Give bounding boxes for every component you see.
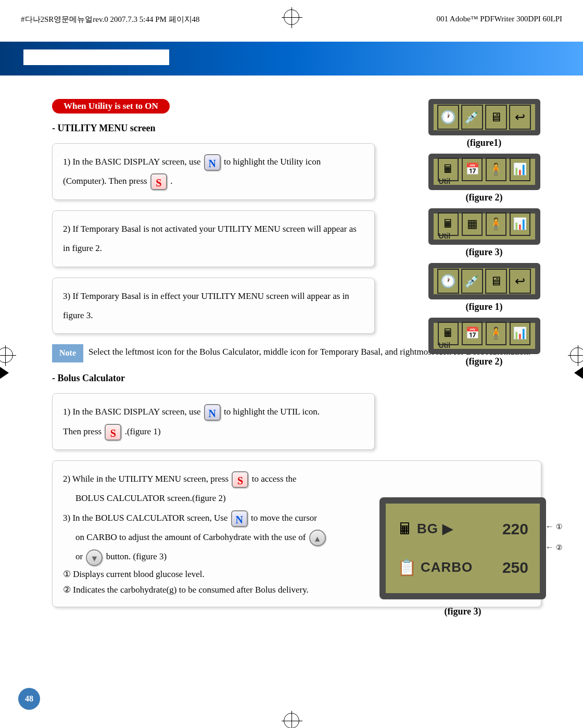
print-header: #다나2SR영문메뉴얼rev.0 2007.7.3 5:44 PM 페이지48 … [21,15,562,24]
bc-steps-2-3-box: 2) While in the UTILITY MENU screen, pre… [52,460,541,607]
crop-mark-right [570,347,583,381]
step1-text-d: . [170,176,172,186]
s-button-icon: S [232,471,248,488]
fig2-label: (figure 2) [411,192,557,203]
syringe-icon: 💉 [461,105,483,130]
bc3-text-e: button. (figure 3) [106,551,167,561]
bg-label: BG ▶ [417,514,453,544]
person-icon: 🧍 [486,212,506,236]
page-banner [0,42,583,76]
syringe-icon: 💉 [461,269,483,294]
bc1-text-d: .(figure 1) [125,426,161,436]
annotation-1: ← ① [546,517,563,535]
section-pill: When Utility is set to ON [52,99,170,114]
calendar-icon: 📅 [462,322,483,345]
chart-icon: 📊 [510,212,530,236]
bc3-text-a: 3) In the BOLUS CALCULATOR screen, Use [63,513,230,523]
calc-icon-left: 🖩 [397,512,413,546]
bolus-calc-title: - Bolus Calculator [52,373,557,384]
crop-mark-bottom [284,713,299,728]
bc1-text-c: Then press [63,426,104,436]
crop-mark-left [0,347,13,381]
fig3-label: (figure 3) [411,247,557,258]
fig1-label: (figure1) [411,137,557,148]
step-2-box: 2) If Temporary Basal is not activated y… [52,210,375,267]
figure-3-calc: 🖩 BG ▶ 220 📋 CARBO 250 (figure 3) ← ① ← … [379,497,546,622]
computer-icon: 🖥 [485,105,507,130]
clock-icon: 🕐 [437,269,459,294]
header-right: 001 Adobe™ PDFWriter 300DPI 60LPI [436,15,562,24]
page-number: 48 [18,688,40,710]
carbo-label: CARBO [421,553,473,582]
crop-mark-top [284,9,299,27]
s-button-icon: S [150,173,167,190]
n-button-icon: N [204,154,221,171]
chart-icon: 📊 [510,322,530,345]
figure-1: 🕐 💉 🖥 ↩ (figure1) [411,99,557,148]
note-tag: Note [52,344,83,362]
step-1-box: 1) In the BASIC DISPLAY screen, use N to… [52,143,375,200]
bc3-text-c: on CARBO to adjust the amount of Carbohy… [63,532,308,542]
calc-icon-left2: 📋 [397,550,416,585]
fig2b-label: (figure 2) [411,356,557,367]
s-button-icon: S [105,424,121,441]
bc2-text-a: 2) While in the UTILITY MENU screen, pre… [63,474,231,484]
figures-column: 🕐 💉 🖥 ↩ (figure1) 🖩 📅 🧍 📊 Util (figure 2… [411,99,557,372]
down-arrow-icon: ▼ [86,549,103,566]
step-3-box: 3) If Temporary Basal is in effect your … [52,278,375,334]
up-arrow-icon: ▲ [309,530,326,546]
step2-text: 2) If Temporary Basal is not activated y… [63,224,357,253]
bc3-text-b: to move the cursor [251,513,317,523]
person-icon: 🧍 [486,322,506,345]
bc3-text-d: or [63,551,85,561]
n-button-icon: N [231,510,248,527]
clock-icon: 🕐 [437,105,459,130]
bc2-text-b: to access the [252,474,297,484]
bc-step-1-box: 1) In the BASIC DISPLAY screen, use N to… [52,393,375,450]
grid-icon: ▦ [462,212,483,236]
fig3b-label: (figure 3) [379,601,546,622]
annotation-2: ← ② [546,538,563,556]
bg-value: 220 [502,512,528,546]
step1-text-c: (Computer). Then press [63,176,149,186]
exit-icon: ↩ [509,105,531,130]
carbo-value: 250 [502,550,528,585]
bc1-text-b: to highlight the UTIL icon. [224,407,320,417]
bc1-text-a: 1) In the BASIC DISPLAY screen, use [63,407,203,417]
page-content: When Utility is set to ON - UTILITY MENU… [52,99,557,618]
step1-text-a: 1) In the BASIC DISPLAY screen, use [63,157,203,167]
header-left: #다나2SR영문메뉴얼rev.0 2007.7.3 5:44 PM 페이지48 [21,15,200,24]
computer-icon: 🖥 [485,269,507,294]
figure-1b: 🕐 💉 🖥 ↩ (figure 1) [411,263,557,312]
fig1b-label: (figure 1) [411,302,557,312]
n-button-icon: N [204,404,221,421]
step3-text: 3) If Temporary Basal is in effect your … [63,291,349,320]
calc-screen: 🖩 BG ▶ 220 📋 CARBO 250 [379,497,546,599]
exit-icon: ↩ [509,269,531,294]
bc2-text-c: BOLUS CALCULATOR screen.(figure 2) [63,493,226,503]
figure-2b: 🖩 📅 🧍 📊 Util (figure 2) [411,318,557,367]
person-icon: 🧍 [486,158,506,181]
step1-text-b: to highlight the Utility icon [224,157,321,167]
figure-2: 🖩 📅 🧍 📊 Util (figure 2) [411,154,557,203]
calendar-icon: 📅 [462,158,483,181]
chart-icon: 📊 [510,158,530,181]
figure-3: 🖩 ▦ 🧍 📊 Util (figure 3) [411,208,557,258]
